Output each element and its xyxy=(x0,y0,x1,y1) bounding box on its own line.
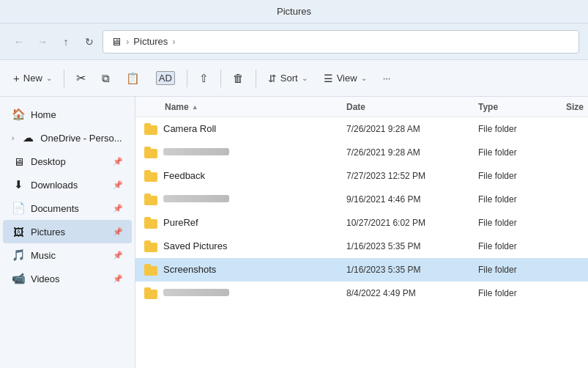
cell-date: 7/26/2021 9:28 AM xyxy=(340,147,472,158)
copy-icon: ⧉ xyxy=(102,72,110,85)
forward-button[interactable]: → xyxy=(32,32,53,52)
cell-date: 7/27/2023 12:52 PM xyxy=(340,171,472,181)
sidebar-item-onedrive[interactable]: ›☁OneDrive - Perso... xyxy=(3,126,132,150)
table-row[interactable]: Feedback7/27/2023 12:52 PMFile folder xyxy=(135,164,588,188)
sort-label: Sort xyxy=(280,73,298,84)
table-row[interactable]: 7/26/2021 9:28 AMFile folder xyxy=(135,141,588,164)
view-icon: ☰ xyxy=(324,73,333,84)
toolbar-sep-3 xyxy=(220,70,221,87)
cell-type: File folder xyxy=(472,194,560,205)
blurred-name xyxy=(163,195,229,202)
col-header-size[interactable]: Size xyxy=(560,102,588,112)
file-list: Camera Roll7/26/2021 9:28 AMFile folder7… xyxy=(135,117,588,368)
pictures-icon: 🖼 xyxy=(12,226,25,238)
cell-type: File folder xyxy=(472,241,560,251)
back-button[interactable]: ← xyxy=(9,32,29,52)
sidebar-item-label: Documents xyxy=(31,203,79,214)
toolbar-sep-4 xyxy=(256,70,256,87)
col-header-name[interactable]: Name ▲ xyxy=(135,102,340,112)
desktop-icon: 🖥 xyxy=(12,155,25,168)
address-location: Pictures xyxy=(133,36,168,47)
sidebar-item-label: Home xyxy=(31,109,56,120)
blurred-name xyxy=(163,289,229,296)
view-chevron: ⌄ xyxy=(361,74,367,82)
sidebar-item-label: OneDrive - Perso... xyxy=(40,133,122,144)
sidebar-item-downloads[interactable]: ⬇Downloads📌 xyxy=(3,173,132,196)
toolbar-sep-2 xyxy=(187,70,187,87)
cell-type: File folder xyxy=(472,171,560,181)
folder-icon xyxy=(144,240,157,252)
delete-icon: 🗑 xyxy=(233,72,244,84)
more-button[interactable]: ··· xyxy=(376,65,398,92)
table-row[interactable]: 8/4/2022 4:49 PMFile folder xyxy=(135,281,588,305)
table-row[interactable]: 9/16/2021 4:46 PMFile folder xyxy=(135,188,588,211)
downloads-icon: ⬇ xyxy=(12,178,25,191)
file-name xyxy=(163,147,229,158)
cell-name: PureRef xyxy=(135,217,340,229)
col-header-type[interactable]: Type xyxy=(472,102,560,112)
file-name: PureRef xyxy=(163,217,198,228)
sort-icon: ⇵ xyxy=(268,73,277,84)
folder-icon xyxy=(144,123,157,135)
col-header-date[interactable]: Date xyxy=(340,102,472,112)
folder-icon xyxy=(144,194,157,205)
folder-icon xyxy=(144,170,157,182)
cell-name xyxy=(135,287,340,299)
documents-icon: 📄 xyxy=(12,202,25,215)
address-bar[interactable]: 🖥 › Pictures › xyxy=(103,30,579,54)
videos-icon: 📹 xyxy=(12,272,25,285)
cell-name: Camera Roll xyxy=(135,123,340,135)
cell-type: File folder xyxy=(472,265,560,275)
folder-icon xyxy=(144,147,157,158)
share-button[interactable]: ⇧ xyxy=(192,65,216,92)
table-row[interactable]: PureRef10/27/2021 6:02 PMFile folder xyxy=(135,211,588,235)
file-area: Name ▲ Date Type Size Camera Roll7/26/20… xyxy=(135,97,588,368)
sidebar-item-pictures[interactable]: 🖼Pictures📌 xyxy=(3,220,132,243)
blurred-name xyxy=(163,148,229,155)
cut-button[interactable]: ✂ xyxy=(69,65,93,92)
music-icon: 🎵 xyxy=(12,249,25,262)
address-separator: › xyxy=(126,36,129,47)
cell-type: File folder xyxy=(472,218,560,228)
cell-name: Feedback xyxy=(135,170,340,182)
delete-button[interactable]: 🗑 xyxy=(226,65,251,92)
sidebar-item-videos[interactable]: 📹Videos📌 xyxy=(3,267,132,290)
refresh-button[interactable]: ↻ xyxy=(79,32,100,52)
sidebar-item-label: Desktop xyxy=(31,156,66,167)
new-button[interactable]: + New ⌄ xyxy=(6,65,59,92)
pin-icon: 📌 xyxy=(113,157,123,166)
file-name: Camera Roll xyxy=(163,123,216,134)
sort-arrow-icon: ▲ xyxy=(192,103,198,111)
cut-icon: ✂ xyxy=(76,71,86,85)
file-name: Screenshots xyxy=(163,264,216,275)
view-button[interactable]: ☰ View ⌄ xyxy=(316,65,374,92)
sidebar-item-documents[interactable]: 📄Documents📌 xyxy=(3,196,132,220)
paste-button[interactable]: 📋 xyxy=(119,65,147,92)
new-icon: + xyxy=(13,72,20,84)
cell-date: 1/16/2023 5:35 PM xyxy=(340,265,472,275)
table-row[interactable]: Saved Pictures1/16/2023 5:35 PMFile fold… xyxy=(135,235,588,258)
sidebar-item-music[interactable]: 🎵Music📌 xyxy=(3,243,132,267)
toolbar-sep-1 xyxy=(64,70,64,87)
up-button[interactable]: ↑ xyxy=(56,32,76,52)
file-name: Feedback xyxy=(163,170,205,181)
new-chevron: ⌄ xyxy=(46,74,52,82)
rename-button[interactable]: AD xyxy=(149,65,182,92)
more-icon: ··· xyxy=(383,73,391,84)
file-name: Saved Pictures xyxy=(163,240,227,251)
expand-icon: › xyxy=(12,134,14,142)
cell-name xyxy=(135,194,340,205)
sidebar-item-home[interactable]: 🏠Home xyxy=(3,103,132,126)
cell-name: Saved Pictures xyxy=(135,240,340,252)
paste-icon: 📋 xyxy=(126,72,140,85)
main-content: 🏠Home›☁OneDrive - Perso...🖥Desktop📌⬇Down… xyxy=(0,97,588,368)
sort-button[interactable]: ⇵ Sort ⌄ xyxy=(261,65,315,92)
pin-icon: 📌 xyxy=(113,180,123,190)
view-label: View xyxy=(337,73,357,84)
cell-date: 7/26/2021 9:28 AM xyxy=(340,124,472,134)
copy-button[interactable]: ⧉ xyxy=(94,65,117,92)
table-row[interactable]: Screenshots1/16/2023 5:35 PMFile folder xyxy=(135,258,588,281)
sidebar-item-desktop[interactable]: 🖥Desktop📌 xyxy=(3,150,132,173)
table-row[interactable]: Camera Roll7/26/2021 9:28 AMFile folder xyxy=(135,117,588,141)
nav-bar: ← → ↑ ↻ 🖥 › Pictures › xyxy=(0,23,588,60)
